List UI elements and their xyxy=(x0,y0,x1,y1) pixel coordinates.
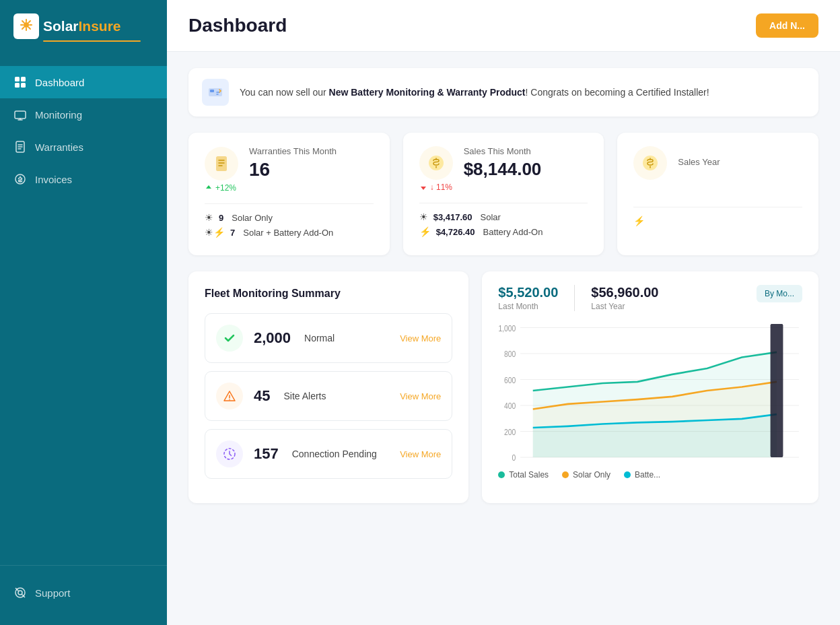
sidebar-item-invoices-label: Invoices xyxy=(35,174,72,185)
sidebar-item-warranties[interactable]: Warranties xyxy=(0,131,167,163)
chart-last-month-label: Last Month xyxy=(498,302,558,311)
sidebar-bottom: Support xyxy=(0,565,167,625)
svg-text:Aug: Aug xyxy=(771,463,783,465)
sales-month-stat-value: $8,144.00 xyxy=(464,159,588,180)
chart-last-month-value: $5,520.00 xyxy=(498,285,558,300)
breakdown-solar-battery: ☀⚡ 7 Solar + Battery Add-On xyxy=(205,227,374,238)
chart-last-year-value: $56,960.00 xyxy=(591,285,658,300)
svg-text:800: 800 xyxy=(504,350,516,359)
svg-rect-12 xyxy=(21,83,26,88)
legend-solar-dot xyxy=(562,471,569,478)
sidebar: SolarInsure Dashboard Monitoring Warrant xyxy=(0,0,167,625)
fleet-alerts-view-more[interactable]: View More xyxy=(400,391,441,401)
fleet-alerts-label: Site Alerts xyxy=(283,391,389,401)
warranties-stat-value: 16 xyxy=(249,159,374,180)
svg-text:Jan: Jan xyxy=(528,463,539,465)
solar-only-icon: ☀ xyxy=(205,212,213,223)
sidebar-item-invoices[interactable]: Invoices xyxy=(0,163,167,195)
fleet-item-normal: 2,000 Normal View More xyxy=(205,313,452,363)
dashboard-icon xyxy=(13,75,27,89)
support-icon xyxy=(13,586,27,599)
svg-point-26 xyxy=(229,399,230,401)
fleet-pending-view-more[interactable]: View More xyxy=(400,449,441,459)
sidebar-item-monitoring[interactable]: Monitoring xyxy=(0,98,167,131)
solar-sales-breakdown: ☀ $3,417.60 Solar xyxy=(419,211,588,222)
battery-sales-icon: ⚡ xyxy=(419,226,431,237)
fleet-alert-icon xyxy=(216,383,243,409)
solar-year-breakdown: ⚡ xyxy=(633,216,802,226)
legend-total-sales: Total Sales xyxy=(498,470,549,480)
page-title: Dashboard xyxy=(188,15,287,36)
solar-year-icon: ⚡ xyxy=(633,216,645,226)
brand-underline xyxy=(43,40,141,42)
warranties-icon xyxy=(13,140,27,154)
warranties-stat-icon xyxy=(205,147,238,180)
chart-last-year: $56,960.00 Last Year xyxy=(591,285,658,311)
sales-month-stat-card: Sales This Month $8,144.00 ↓ 11% ☀ $3,41… xyxy=(403,133,604,255)
nav-menu: Dashboard Monitoring Warranties Invoices xyxy=(0,55,167,565)
fleet-normal-icon xyxy=(216,325,243,352)
chart-svg: 0 200 400 600 800 1,000 xyxy=(498,317,802,465)
stats-row: Warranties This Month 16 +12% ☀ 9 Solar … xyxy=(188,133,818,255)
fleet-pending-icon xyxy=(216,440,243,467)
warranties-stat-card: Warranties This Month 16 +12% ☀ 9 Solar … xyxy=(188,133,390,255)
breakdown-solar: ☀ 9 Solar Only xyxy=(205,212,374,223)
svg-text:600: 600 xyxy=(504,376,516,385)
fleet-alerts-count: 45 xyxy=(254,387,270,405)
sales-year-stat-label: Sales Year xyxy=(678,157,802,167)
fleet-pending-label: Connection Pending xyxy=(292,449,389,459)
warranties-stat-label: Warranties This Month xyxy=(249,146,374,156)
content-area: You can now sell our New Battery Monitor… xyxy=(167,52,840,625)
svg-line-8 xyxy=(22,28,24,30)
fleet-title: Fleet Monitoring Summary xyxy=(205,288,452,300)
svg-text:Feb: Feb xyxy=(562,463,574,465)
fleet-card: Fleet Monitoring Summary 2,000 Normal Vi… xyxy=(188,271,468,503)
chart-last-year-label: Last Year xyxy=(591,302,658,311)
promo-banner: You can now sell our New Battery Monitor… xyxy=(188,68,818,117)
fleet-item-pending: 157 Connection Pending View More xyxy=(205,429,452,479)
sales-year-stat-breakdown: ⚡ xyxy=(633,207,802,226)
sales-month-stat-breakdown: ☀ $3,417.60 Solar ⚡ $4,726.40 Battery Ad… xyxy=(419,203,588,237)
sales-year-stat-icon xyxy=(633,146,667,180)
svg-text:Jun: Jun xyxy=(702,463,713,465)
svg-text:200: 200 xyxy=(504,428,516,436)
fleet-normal-count: 2,000 xyxy=(254,329,291,347)
legend-battery-label: Batte... xyxy=(635,470,660,480)
banner-icon xyxy=(202,79,229,106)
fleet-normal-view-more[interactable]: View More xyxy=(400,333,441,343)
warranties-stat-change: +12% xyxy=(205,183,374,193)
svg-rect-48 xyxy=(771,324,783,457)
svg-text:May: May xyxy=(666,463,679,465)
solar-battery-icon: ☀⚡ xyxy=(205,227,225,238)
sales-year-stat-card: Sales Year ⚡ xyxy=(617,133,818,255)
sales-month-stat-icon xyxy=(419,146,453,180)
legend-solar-label: Solar Only xyxy=(573,470,610,480)
svg-point-15 xyxy=(15,174,25,184)
banner-bold: New Battery Monitoring & Warranty Produc… xyxy=(329,87,526,98)
page-header: Dashboard Add N... xyxy=(167,0,840,52)
legend-solar-only: Solar Only xyxy=(562,470,610,480)
banner-text: You can now sell our New Battery Monitor… xyxy=(240,86,709,100)
invoices-icon xyxy=(13,172,27,186)
svg-rect-10 xyxy=(21,77,26,81)
sidebar-item-dashboard[interactable]: Dashboard xyxy=(0,66,167,98)
sidebar-item-warranties-label: Warranties xyxy=(35,141,83,153)
by-month-button[interactable]: By Mo... xyxy=(757,285,802,302)
legend-battery-dot xyxy=(624,471,631,478)
chart-header: $5,520.00 Last Month $56,960.00 Last Yea… xyxy=(498,285,802,311)
add-new-button[interactable]: Add N... xyxy=(756,13,818,38)
bottom-row: Fleet Monitoring Summary 2,000 Normal Vi… xyxy=(188,271,818,503)
chart-card: $5,520.00 Last Month $56,960.00 Last Yea… xyxy=(482,271,818,503)
monitoring-icon xyxy=(13,108,27,121)
svg-rect-9 xyxy=(15,77,20,81)
svg-line-6 xyxy=(29,28,31,30)
sidebar-item-support[interactable]: Support xyxy=(0,577,167,609)
svg-rect-21 xyxy=(210,90,214,92)
chart-legend: Total Sales Solar Only Batte... xyxy=(498,470,802,480)
legend-total-dot xyxy=(498,471,505,478)
sales-month-stat-change: ↓ 11% xyxy=(419,183,588,192)
logo-area: SolarInsure xyxy=(0,0,167,55)
sidebar-item-support-label: Support xyxy=(35,587,71,599)
svg-rect-11 xyxy=(15,83,20,88)
svg-text:Apr: Apr xyxy=(632,463,643,465)
